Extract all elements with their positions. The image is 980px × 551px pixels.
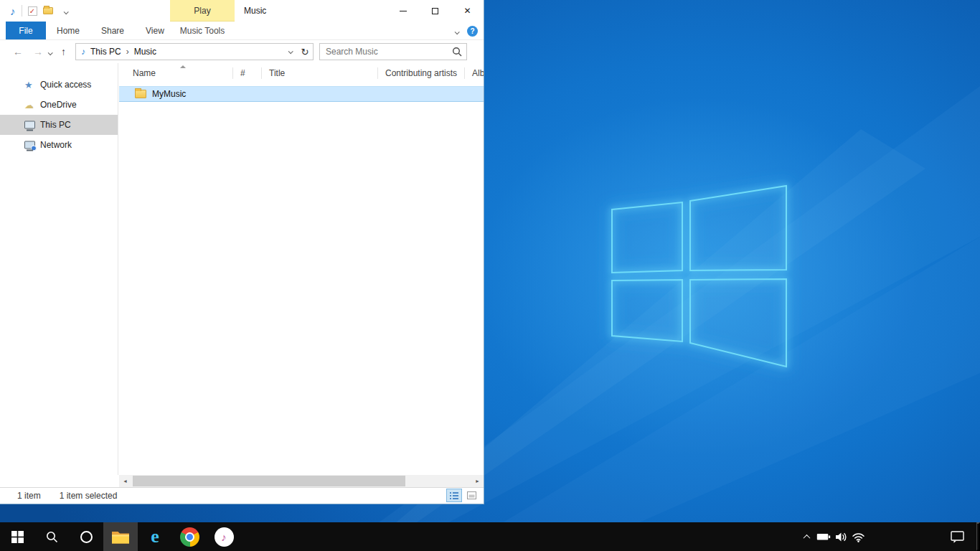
address-bar[interactable]: ♪ This PC › Music ↻ [75,43,314,60]
sidebar-item-label: This PC [40,120,71,130]
column-header-album[interactable]: Album [465,63,484,83]
cortana-button[interactable] [69,522,103,551]
sidebar-item-quick-access[interactable]: ★ Quick access [0,75,118,95]
taskbar: e ♪ [0,522,980,551]
speaker-icon [835,532,847,542]
file-explorer-window: ♪ ✓ Play Music ✕ File Home Share View Mu… [0,0,484,504]
tab-share[interactable]: Share [90,22,135,39]
new-folder-quick-access-icon[interactable] [43,7,53,14]
recent-locations-button[interactable] [48,47,52,57]
itunes-icon: ♪ [215,527,234,547]
sidebar-item-network[interactable]: Network [0,135,118,155]
sidebar-item-this-pc[interactable]: This PC [0,115,118,135]
sidebar-item-onedrive[interactable]: ☁ OneDrive [0,95,118,115]
column-header-title[interactable]: Title [262,63,378,83]
battery-tray-button[interactable] [815,522,832,551]
titlebar-divider [22,5,22,17]
taskbar-chrome-button[interactable] [172,522,207,551]
sidebar-item-label: Quick access [40,80,91,90]
sidebar-item-label: Network [40,140,72,150]
tab-view[interactable]: View [135,22,175,39]
taskbar-file-explorer-button[interactable] [103,522,138,551]
file-name: MyMusic [152,89,186,99]
onedrive-cloud-icon: ☁ [24,100,34,110]
chevron-down-icon [48,50,53,55]
navigation-pane: ★ Quick access ☁ OneDrive This PC Networ… [0,63,118,475]
tab-home[interactable]: Home [46,22,90,39]
ribbon-tab-row: File Home Share View [0,22,484,40]
tab-file[interactable]: File [6,22,46,39]
up-button[interactable]: ↑ [61,47,66,57]
wifi-icon [852,532,865,542]
maximize-button[interactable] [419,0,451,22]
horizontal-scrollbar[interactable]: ◄ ► [119,475,484,487]
breadcrumb-this-pc[interactable]: This PC [85,47,126,57]
details-view-button[interactable] [446,489,462,502]
chevron-down-icon [288,49,293,54]
properties-quick-access-icon[interactable]: ✓ [28,6,37,16]
column-header-number[interactable]: # [233,63,262,83]
back-button[interactable]: ← [13,47,23,57]
music-app-icon: ♪ [10,5,16,17]
windows-start-icon [11,531,24,543]
close-button[interactable]: ✕ [451,0,484,22]
search-icon [46,531,58,543]
maximize-icon [432,8,438,14]
volume-tray-button[interactable] [832,522,849,551]
refresh-button[interactable]: ↻ [297,44,313,60]
scrollbar-thumb[interactable] [133,476,405,486]
close-icon: ✕ [463,6,471,16]
system-tray [798,522,867,551]
show-desktop-button[interactable] [976,522,980,551]
large-icons-view-button[interactable] [463,489,479,502]
file-row-mymusic[interactable]: MyMusic [119,86,484,102]
window-title: Music [244,0,266,22]
action-center-button[interactable] [944,522,970,551]
address-toolbar: ← → ↑ ♪ This PC › Music ↻ [0,40,484,63]
forward-button[interactable]: → [33,47,43,57]
taskbar-internet-explorer-button[interactable]: e [138,522,172,551]
contextual-tab-group-play[interactable]: Play [170,0,235,22]
scroll-right-button[interactable]: ► [471,475,484,487]
network-icon [24,141,35,149]
scroll-left-button[interactable]: ◄ [119,475,131,487]
taskbar-itunes-button[interactable]: ♪ [207,522,241,551]
taskbar-search-button[interactable] [34,522,69,551]
internet-explorer-icon: e [151,527,159,546]
show-hidden-icons-button[interactable] [798,522,815,551]
chevron-down-icon [63,9,68,14]
cortana-icon [80,531,93,543]
selected-count: 1 item selected [60,491,118,501]
large-icons-view-icon [467,491,476,499]
breadcrumb-music[interactable]: Music [129,47,161,57]
chevron-down-icon [455,29,460,34]
start-button[interactable] [0,522,34,551]
status-bar: 1 item 1 item selected [0,487,484,504]
action-center-icon [951,531,964,543]
tab-music-tools[interactable]: Music Tools [170,22,235,40]
search-icon [452,47,462,57]
network-tray-button[interactable] [849,522,867,551]
column-header-contributing-artists[interactable]: Contributing artists [378,63,465,83]
quick-access-star-icon: ★ [24,80,33,90]
search-input[interactable] [326,47,452,57]
folder-icon [135,90,146,98]
sort-ascending-indicator [180,65,186,68]
file-explorer-icon [111,529,130,545]
window-controls: ✕ [387,0,484,22]
sidebar-item-label: OneDrive [40,100,77,110]
help-button[interactable]: ? [467,26,478,37]
customize-quick-access-toolbar-button[interactable] [64,6,67,17]
item-count: 1 item [17,491,41,501]
this-pc-monitor-icon [24,121,35,129]
title-bar: ♪ ✓ Play Music ✕ [0,0,484,22]
details-view-icon [450,492,458,499]
chevron-up-icon [803,534,810,541]
minimize-icon [400,11,407,11]
expand-ribbon-button[interactable] [455,26,458,37]
minimize-button[interactable] [387,0,419,22]
column-header-name[interactable]: Name [119,63,233,83]
previous-locations-dropdown-button[interactable] [283,44,297,60]
column-header-row: Name # Title Contributing artists Album [119,63,484,83]
search-box [319,43,467,60]
